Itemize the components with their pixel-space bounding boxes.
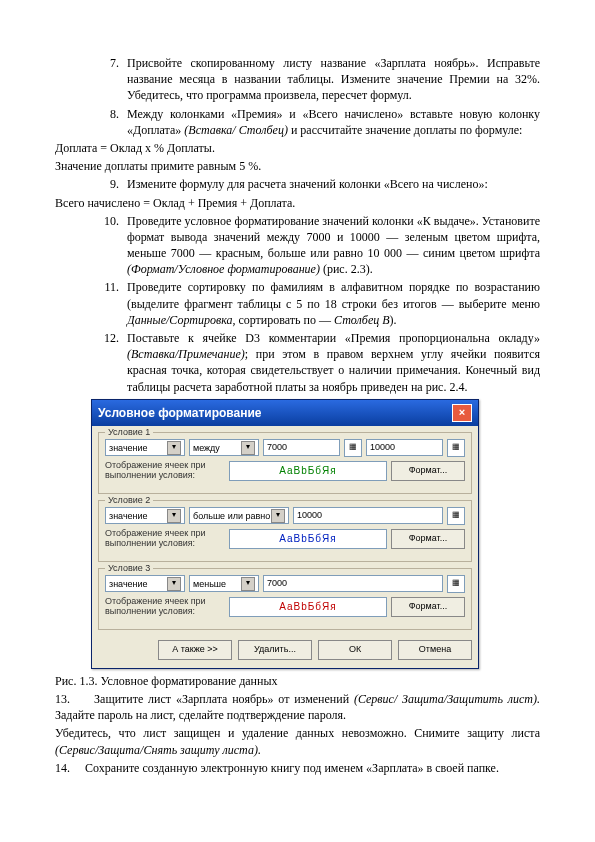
ok-button[interactable]: ОК <box>318 640 392 660</box>
combo-type-2[interactable]: значение▾ <box>105 507 185 524</box>
chevron-down-icon: ▾ <box>241 577 255 591</box>
text: (рис. 2.3). <box>320 262 373 276</box>
input-v1-3[interactable]: 7000 <box>263 575 443 592</box>
num-7: 7. <box>91 55 127 104</box>
num-8: 8. <box>91 106 127 138</box>
input-v1-1[interactable]: 7000 <box>263 439 340 456</box>
item-11: 11. Проведите сортировку по фамилиям в а… <box>55 279 540 328</box>
text: и рассчитайте значение доплаты по формул… <box>288 123 522 137</box>
num-9: 9. <box>91 176 127 192</box>
italic: Столбец В <box>334 313 390 327</box>
combo-text: меньше <box>193 578 226 590</box>
num-13: 13. <box>55 692 70 706</box>
section-label-2: Условие 2 <box>105 494 153 506</box>
chevron-down-icon: ▾ <box>167 441 181 455</box>
body-8: Между колонками «Премия» и «Всего начисл… <box>127 106 540 138</box>
picker-icon[interactable]: ▦ <box>447 575 465 593</box>
dialog-buttons: А также >> Удалить... ОК Отмена <box>92 636 478 668</box>
text: Задайте пароль на лист, сделайте подтвер… <box>55 708 346 722</box>
combo-text: значение <box>109 510 148 522</box>
picker-icon[interactable]: ▦ <box>344 439 362 457</box>
italic: (Сервис/Защита/Снять защиту листа). <box>55 743 261 757</box>
text: , сортировать по — <box>232 313 334 327</box>
preview-label-3: Отображение ячеек при выполнении условия… <box>105 597 225 617</box>
item-7: 7. Присвойте скопированному листу назван… <box>55 55 540 104</box>
figure-caption: Рис. 1.3. Условное форматирование данных <box>55 673 540 689</box>
preview-label-1: Отображение ячеек при выполнении условия… <box>105 461 225 481</box>
combo-type-1[interactable]: значение▾ <box>105 439 185 456</box>
item-12: 12. Поставьте к ячейке D3 комментарии «П… <box>55 330 540 395</box>
combo-text: значение <box>109 578 148 590</box>
close-icon[interactable]: × <box>452 404 472 422</box>
combo-text: больше или равно <box>193 510 270 522</box>
chevron-down-icon: ▾ <box>167 577 181 591</box>
num-11: 11. <box>91 279 127 328</box>
italic: Данные/Сортировка <box>127 313 232 327</box>
chevron-down-icon: ▾ <box>241 441 255 455</box>
combo-op-3[interactable]: меньше▾ <box>189 575 259 592</box>
input-v1-2[interactable]: 10000 <box>293 507 443 524</box>
format-button-1[interactable]: Формат... <box>391 461 465 481</box>
condition-1: Условие 1 значение▾ между▾ 7000 ▦ 10000 … <box>98 432 472 494</box>
chevron-down-icon: ▾ <box>167 509 181 523</box>
p-check: Убедитесь, что лист защищен и удаление д… <box>55 725 540 757</box>
titlebar[interactable]: Условное форматирование × <box>92 400 478 426</box>
cancel-button[interactable]: Отмена <box>398 640 472 660</box>
add-button[interactable]: А также >> <box>158 640 232 660</box>
text: Проведите сортировку по фамилиям в алфав… <box>127 280 540 310</box>
text: Проведите условное форматирование значен… <box>127 214 540 260</box>
body-7: Присвойте скопированному листу название … <box>127 55 540 104</box>
text: Сохраните созданную электронную книгу по… <box>85 761 499 775</box>
preview-label-2: Отображение ячеек при выполнении условия… <box>105 529 225 549</box>
text: Убедитесь, что лист защищен и удаление д… <box>55 726 540 740</box>
condition-3: Условие 3 значение▾ меньше▾ 7000 ▦ Отобр… <box>98 568 472 630</box>
italic: (Сервис/ Защита/Защитить лист). <box>354 692 540 706</box>
combo-op-1[interactable]: между▾ <box>189 439 259 456</box>
dialog-title: Условное форматирование <box>98 405 261 421</box>
item-8: 8. Между колонками «Премия» и «Всего нач… <box>55 106 540 138</box>
dialog-conditional-formatting: Условное форматирование × Условие 1 знач… <box>91 399 479 669</box>
preview-1: АаВbБбЯя <box>229 461 387 481</box>
preview-2: АаВbБбЯя <box>229 529 387 549</box>
preview-3: АаВbБбЯя <box>229 597 387 617</box>
combo-text: между <box>193 442 220 454</box>
item-14: 14. Сохраните созданную электронную книг… <box>55 760 540 776</box>
picker-icon[interactable]: ▦ <box>447 507 465 525</box>
format-button-2[interactable]: Формат... <box>391 529 465 549</box>
delete-button[interactable]: Удалить... <box>238 640 312 660</box>
combo-op-2[interactable]: больше или равно▾ <box>189 507 289 524</box>
chevron-down-icon: ▾ <box>271 509 285 523</box>
input-v2-1[interactable]: 10000 <box>366 439 443 456</box>
condition-2: Условие 2 значение▾ больше или равно▾ 10… <box>98 500 472 562</box>
body-9: Измените формулу для расчета значений ко… <box>127 176 540 192</box>
num-10: 10. <box>91 213 127 278</box>
italic: (Формат/Условное форматирование) <box>127 262 320 276</box>
body-11: Проведите сортировку по фамилиям в алфав… <box>127 279 540 328</box>
text: Защитите лист «Зарплата ноябрь» от измен… <box>94 692 354 706</box>
p-vsego: Всего начислено = Оклад + Премия + Допла… <box>55 195 540 211</box>
num-12: 12. <box>91 330 127 395</box>
num-14: 14. <box>55 761 70 775</box>
combo-text: значение <box>109 442 148 454</box>
item-10: 10. Проведите условное форматирование зн… <box>55 213 540 278</box>
format-button-3[interactable]: Формат... <box>391 597 465 617</box>
text: ). <box>390 313 397 327</box>
body-12: Поставьте к ячейке D3 комментарии «Преми… <box>127 330 540 395</box>
section-label-3: Условие 3 <box>105 562 153 574</box>
item-13: 13. Защитите лист «Зарплата ноябрь» от и… <box>55 691 540 723</box>
italic: (Вставка/ Столбец) <box>184 123 288 137</box>
p-value: Значение доплаты примите равным 5 %. <box>55 158 540 174</box>
item-9: 9. Измените формулу для расчета значений… <box>55 176 540 192</box>
section-label-1: Условие 1 <box>105 426 153 438</box>
p-doplata: Доплата = Оклад х % Доплаты. <box>55 140 540 156</box>
body-10: Проведите условное форматирование значен… <box>127 213 540 278</box>
combo-type-3[interactable]: значение▾ <box>105 575 185 592</box>
italic: (Вставка/Примечание) <box>127 347 245 361</box>
text: Поставьте к ячейке D3 комментарии «Преми… <box>127 331 540 345</box>
picker-icon[interactable]: ▦ <box>447 439 465 457</box>
